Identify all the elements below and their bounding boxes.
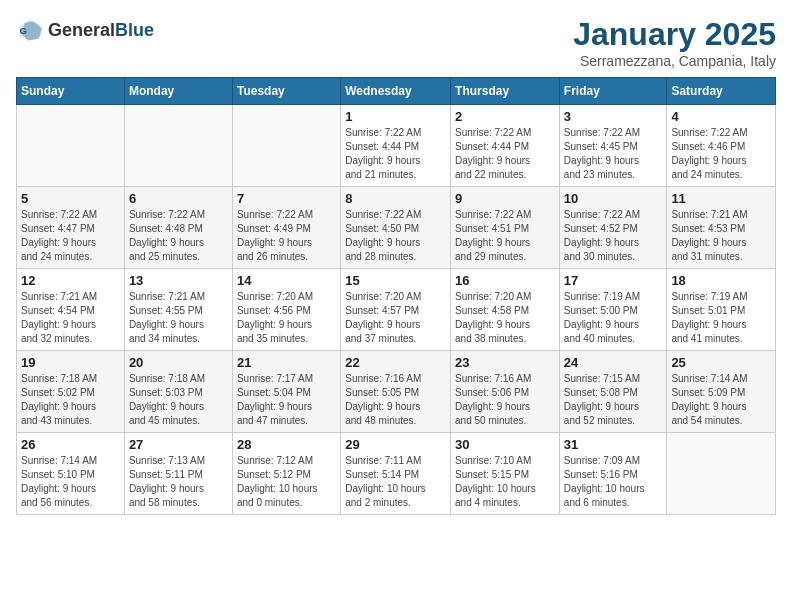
day-number: 28: [237, 437, 336, 452]
weekday-header-tuesday: Tuesday: [232, 78, 340, 105]
day-detail: Sunrise: 7:22 AM Sunset: 4:46 PM Dayligh…: [671, 126, 771, 182]
day-number: 11: [671, 191, 771, 206]
day-number: 21: [237, 355, 336, 370]
day-number: 16: [455, 273, 555, 288]
calendar-cell: [17, 105, 125, 187]
day-number: 19: [21, 355, 120, 370]
day-detail: Sunrise: 7:14 AM Sunset: 5:10 PM Dayligh…: [21, 454, 120, 510]
day-number: 6: [129, 191, 228, 206]
day-number: 1: [345, 109, 446, 124]
calendar-cell: 24Sunrise: 7:15 AM Sunset: 5:08 PM Dayli…: [559, 351, 667, 433]
day-detail: Sunrise: 7:21 AM Sunset: 4:53 PM Dayligh…: [671, 208, 771, 264]
day-detail: Sunrise: 7:21 AM Sunset: 4:54 PM Dayligh…: [21, 290, 120, 346]
weekday-header-friday: Friday: [559, 78, 667, 105]
day-number: 25: [671, 355, 771, 370]
day-detail: Sunrise: 7:22 AM Sunset: 4:44 PM Dayligh…: [455, 126, 555, 182]
day-number: 24: [564, 355, 663, 370]
day-number: 12: [21, 273, 120, 288]
calendar-cell: 7Sunrise: 7:22 AM Sunset: 4:49 PM Daylig…: [232, 187, 340, 269]
day-number: 18: [671, 273, 771, 288]
week-row-1: 1Sunrise: 7:22 AM Sunset: 4:44 PM Daylig…: [17, 105, 776, 187]
day-number: 13: [129, 273, 228, 288]
calendar-cell: 18Sunrise: 7:19 AM Sunset: 5:01 PM Dayli…: [667, 269, 776, 351]
calendar-cell: [124, 105, 232, 187]
day-number: 15: [345, 273, 446, 288]
calendar-subtitle: Serramezzana, Campania, Italy: [573, 53, 776, 69]
calendar-cell: 26Sunrise: 7:14 AM Sunset: 5:10 PM Dayli…: [17, 433, 125, 515]
day-number: 5: [21, 191, 120, 206]
calendar-cell: 17Sunrise: 7:19 AM Sunset: 5:00 PM Dayli…: [559, 269, 667, 351]
day-number: 22: [345, 355, 446, 370]
day-number: 17: [564, 273, 663, 288]
day-detail: Sunrise: 7:15 AM Sunset: 5:08 PM Dayligh…: [564, 372, 663, 428]
day-number: 31: [564, 437, 663, 452]
day-number: 29: [345, 437, 446, 452]
weekday-header-wednesday: Wednesday: [341, 78, 451, 105]
weekday-header-monday: Monday: [124, 78, 232, 105]
day-detail: Sunrise: 7:09 AM Sunset: 5:16 PM Dayligh…: [564, 454, 663, 510]
calendar-cell: 25Sunrise: 7:14 AM Sunset: 5:09 PM Dayli…: [667, 351, 776, 433]
day-number: 10: [564, 191, 663, 206]
week-row-5: 26Sunrise: 7:14 AM Sunset: 5:10 PM Dayli…: [17, 433, 776, 515]
calendar-cell: [667, 433, 776, 515]
weekday-header-saturday: Saturday: [667, 78, 776, 105]
calendar-cell: 23Sunrise: 7:16 AM Sunset: 5:06 PM Dayli…: [451, 351, 560, 433]
day-detail: Sunrise: 7:21 AM Sunset: 4:55 PM Dayligh…: [129, 290, 228, 346]
logo-icon: G: [16, 16, 44, 44]
calendar-cell: 9Sunrise: 7:22 AM Sunset: 4:51 PM Daylig…: [451, 187, 560, 269]
day-number: 23: [455, 355, 555, 370]
day-number: 26: [21, 437, 120, 452]
day-detail: Sunrise: 7:22 AM Sunset: 4:50 PM Dayligh…: [345, 208, 446, 264]
calendar-cell: 16Sunrise: 7:20 AM Sunset: 4:58 PM Dayli…: [451, 269, 560, 351]
weekday-header-thursday: Thursday: [451, 78, 560, 105]
calendar-cell: 2Sunrise: 7:22 AM Sunset: 4:44 PM Daylig…: [451, 105, 560, 187]
calendar-cell: 27Sunrise: 7:13 AM Sunset: 5:11 PM Dayli…: [124, 433, 232, 515]
day-number: 20: [129, 355, 228, 370]
calendar-cell: 30Sunrise: 7:10 AM Sunset: 5:15 PM Dayli…: [451, 433, 560, 515]
logo-general-text: General: [48, 20, 115, 40]
week-row-3: 12Sunrise: 7:21 AM Sunset: 4:54 PM Dayli…: [17, 269, 776, 351]
svg-text:G: G: [20, 25, 27, 36]
day-detail: Sunrise: 7:22 AM Sunset: 4:52 PM Dayligh…: [564, 208, 663, 264]
calendar-cell: 3Sunrise: 7:22 AM Sunset: 4:45 PM Daylig…: [559, 105, 667, 187]
day-detail: Sunrise: 7:22 AM Sunset: 4:51 PM Dayligh…: [455, 208, 555, 264]
week-row-4: 19Sunrise: 7:18 AM Sunset: 5:02 PM Dayli…: [17, 351, 776, 433]
calendar-cell: 21Sunrise: 7:17 AM Sunset: 5:04 PM Dayli…: [232, 351, 340, 433]
calendar-cell: 28Sunrise: 7:12 AM Sunset: 5:12 PM Dayli…: [232, 433, 340, 515]
calendar-cell: 8Sunrise: 7:22 AM Sunset: 4:50 PM Daylig…: [341, 187, 451, 269]
calendar-cell: 15Sunrise: 7:20 AM Sunset: 4:57 PM Dayli…: [341, 269, 451, 351]
day-detail: Sunrise: 7:10 AM Sunset: 5:15 PM Dayligh…: [455, 454, 555, 510]
calendar-cell: 4Sunrise: 7:22 AM Sunset: 4:46 PM Daylig…: [667, 105, 776, 187]
day-number: 30: [455, 437, 555, 452]
day-detail: Sunrise: 7:20 AM Sunset: 4:58 PM Dayligh…: [455, 290, 555, 346]
week-row-2: 5Sunrise: 7:22 AM Sunset: 4:47 PM Daylig…: [17, 187, 776, 269]
calendar-cell: 20Sunrise: 7:18 AM Sunset: 5:03 PM Dayli…: [124, 351, 232, 433]
day-detail: Sunrise: 7:19 AM Sunset: 5:00 PM Dayligh…: [564, 290, 663, 346]
calendar-cell: 5Sunrise: 7:22 AM Sunset: 4:47 PM Daylig…: [17, 187, 125, 269]
day-detail: Sunrise: 7:20 AM Sunset: 4:56 PM Dayligh…: [237, 290, 336, 346]
calendar-cell: 22Sunrise: 7:16 AM Sunset: 5:05 PM Dayli…: [341, 351, 451, 433]
day-number: 3: [564, 109, 663, 124]
logo: G GeneralBlue: [16, 16, 154, 44]
calendar-table: SundayMondayTuesdayWednesdayThursdayFrid…: [16, 77, 776, 515]
calendar-cell: 11Sunrise: 7:21 AM Sunset: 4:53 PM Dayli…: [667, 187, 776, 269]
logo-blue-text: Blue: [115, 20, 154, 40]
day-number: 7: [237, 191, 336, 206]
day-number: 8: [345, 191, 446, 206]
day-detail: Sunrise: 7:17 AM Sunset: 5:04 PM Dayligh…: [237, 372, 336, 428]
calendar-cell: 13Sunrise: 7:21 AM Sunset: 4:55 PM Dayli…: [124, 269, 232, 351]
day-number: 4: [671, 109, 771, 124]
day-detail: Sunrise: 7:16 AM Sunset: 5:05 PM Dayligh…: [345, 372, 446, 428]
day-detail: Sunrise: 7:22 AM Sunset: 4:44 PM Dayligh…: [345, 126, 446, 182]
day-detail: Sunrise: 7:22 AM Sunset: 4:45 PM Dayligh…: [564, 126, 663, 182]
day-detail: Sunrise: 7:16 AM Sunset: 5:06 PM Dayligh…: [455, 372, 555, 428]
weekday-header-sunday: Sunday: [17, 78, 125, 105]
day-detail: Sunrise: 7:12 AM Sunset: 5:12 PM Dayligh…: [237, 454, 336, 510]
day-number: 14: [237, 273, 336, 288]
header: G GeneralBlue January 2025 Serramezzana,…: [16, 16, 776, 69]
day-detail: Sunrise: 7:22 AM Sunset: 4:48 PM Dayligh…: [129, 208, 228, 264]
day-detail: Sunrise: 7:20 AM Sunset: 4:57 PM Dayligh…: [345, 290, 446, 346]
day-number: 9: [455, 191, 555, 206]
day-detail: Sunrise: 7:22 AM Sunset: 4:47 PM Dayligh…: [21, 208, 120, 264]
weekday-header-row: SundayMondayTuesdayWednesdayThursdayFrid…: [17, 78, 776, 105]
